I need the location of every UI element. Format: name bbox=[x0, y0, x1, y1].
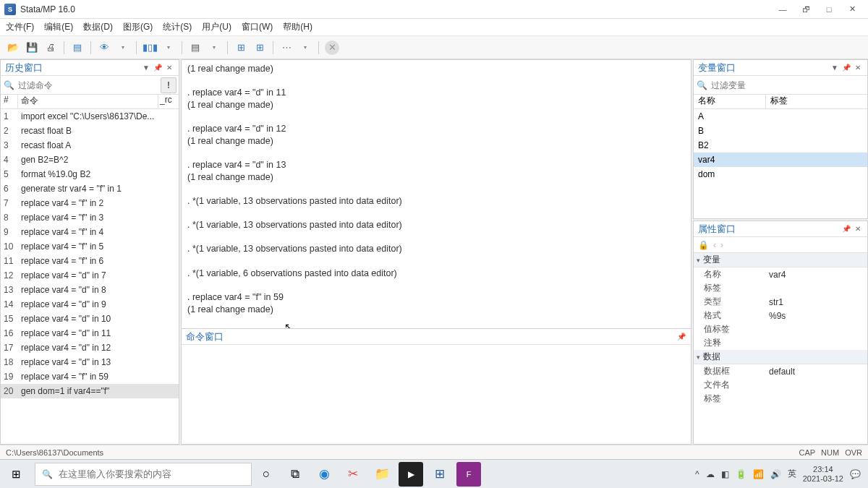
variables-filter-input[interactable] bbox=[710, 79, 867, 92]
variable-row[interactable]: B bbox=[694, 124, 867, 138]
stata-taskbar-icon[interactable]: ⊞ bbox=[427, 462, 452, 487]
menu-user[interactable]: 用户(U) bbox=[202, 21, 231, 33]
dropdown-icon[interactable]: ▾ bbox=[207, 40, 221, 55]
wifi-icon[interactable]: 📶 bbox=[753, 469, 764, 479]
stop-icon[interactable]: ✕ bbox=[325, 40, 339, 55]
volume-icon[interactable]: 🔊 bbox=[770, 469, 781, 479]
save-icon[interactable]: 💾 bbox=[25, 40, 39, 55]
history-row[interactable]: 7replace var4 = "f" in 2 bbox=[1, 196, 179, 210]
pin-icon[interactable]: 📌 bbox=[676, 332, 686, 342]
more-icon[interactable]: ⋯ bbox=[279, 40, 294, 55]
snip-icon[interactable]: ✂ bbox=[341, 462, 365, 487]
explorer-icon[interactable]: 📁 bbox=[370, 462, 394, 487]
menu-stats[interactable]: 统计(S) bbox=[163, 21, 192, 33]
command-input[interactable] bbox=[182, 345, 691, 444]
ime-indicator[interactable]: 英 bbox=[788, 468, 796, 480]
edge-icon[interactable]: ◉ bbox=[312, 462, 336, 487]
property-row[interactable]: 值标签 bbox=[694, 322, 867, 336]
dropdown-icon[interactable]: ▾ bbox=[161, 40, 176, 55]
history-row[interactable]: 1import excel "C:\Users\86137\De... bbox=[1, 109, 179, 124]
property-row[interactable]: 名称var4 bbox=[694, 267, 867, 281]
menu-window[interactable]: 窗口(W) bbox=[242, 21, 273, 33]
pin-icon[interactable]: 📌 bbox=[841, 63, 851, 73]
app-tray-icon[interactable]: ◧ bbox=[721, 469, 729, 479]
property-row[interactable]: 格式%9s bbox=[694, 309, 867, 322]
panel-close-icon[interactable]: ✕ bbox=[853, 63, 863, 73]
variable-row[interactable]: B2 bbox=[694, 138, 867, 153]
clock[interactable]: 23:14 2021-03-12 bbox=[803, 465, 843, 483]
print-icon[interactable]: 🖨 bbox=[43, 40, 58, 55]
history-filter-input[interactable] bbox=[17, 79, 161, 92]
filter-icon[interactable]: ▼ bbox=[830, 63, 840, 73]
lock-icon[interactable]: 🔒 bbox=[698, 240, 709, 250]
property-row[interactable]: 标签 bbox=[694, 392, 867, 406]
onedrive-icon[interactable]: ☁ bbox=[706, 469, 715, 479]
results-window[interactable]: (1 real change made) . replace var4 = "d… bbox=[181, 59, 692, 329]
open-icon[interactable]: 📂 bbox=[6, 40, 20, 55]
cortana-icon[interactable]: ○ bbox=[254, 462, 278, 487]
tray-chevron-icon[interactable]: ^ bbox=[695, 469, 699, 479]
pin-icon[interactable]: 📌 bbox=[153, 63, 163, 73]
property-row[interactable]: 注释 bbox=[694, 336, 867, 350]
taskbar-search-input[interactable] bbox=[59, 468, 251, 479]
history-row[interactable]: 18replace var4 = "d" in 13 bbox=[1, 355, 179, 369]
data-browser-icon[interactable]: ⊞ bbox=[252, 40, 267, 55]
log-icon[interactable]: ▤ bbox=[70, 40, 85, 55]
filter-go-button[interactable]: ! bbox=[161, 77, 176, 93]
data-editor-icon[interactable]: ⊞ bbox=[234, 40, 248, 55]
start-button[interactable]: ⊞ bbox=[0, 460, 32, 489]
view-icon[interactable]: 👁 bbox=[97, 40, 111, 55]
chart-icon[interactable]: ▮▯▮ bbox=[142, 40, 157, 55]
property-row[interactable]: 标签 bbox=[694, 281, 867, 295]
menu-graph[interactable]: 图形(G) bbox=[123, 21, 153, 33]
taskview-icon[interactable]: ⧉ bbox=[283, 462, 307, 487]
history-row[interactable]: 2recast float B bbox=[1, 124, 179, 138]
property-section[interactable]: 数据 bbox=[694, 350, 867, 364]
history-row[interactable]: 11replace var4 = "f" in 6 bbox=[1, 254, 179, 268]
notifications-icon[interactable]: 💬 bbox=[850, 469, 861, 479]
history-row[interactable]: 16replace var4 = "d" in 11 bbox=[1, 326, 179, 341]
property-row[interactable]: 数据框default bbox=[694, 364, 867, 378]
menu-help[interactable]: 帮助(H) bbox=[283, 21, 312, 33]
maximize-button[interactable]: □ bbox=[817, 1, 841, 17]
variable-row[interactable]: var4 bbox=[694, 153, 867, 167]
history-row[interactable]: 6generate str var4 = "f" in 1 bbox=[1, 181, 179, 196]
panel-close-icon[interactable]: ✕ bbox=[164, 63, 174, 73]
property-section[interactable]: 变量 bbox=[694, 253, 867, 267]
history-row[interactable]: 14replace var4 = "d" in 9 bbox=[1, 297, 179, 312]
app-icon[interactable]: ▶ bbox=[399, 462, 423, 487]
pin-icon[interactable]: 📌 bbox=[841, 224, 851, 234]
property-row[interactable]: 类型str1 bbox=[694, 295, 867, 309]
prev-icon[interactable]: ‹ bbox=[713, 240, 716, 250]
filter-icon[interactable]: ▼ bbox=[141, 63, 151, 73]
dropdown-icon[interactable]: ▾ bbox=[116, 40, 130, 55]
dropdown-icon[interactable]: ▾ bbox=[298, 40, 312, 55]
menu-data[interactable]: 数据(D) bbox=[83, 21, 113, 33]
taskbar-search[interactable]: 🔍 bbox=[35, 463, 252, 486]
history-row[interactable]: 17replace var4 = "d" in 12 bbox=[1, 341, 179, 355]
history-row[interactable]: 8replace var4 = "f" in 3 bbox=[1, 210, 179, 225]
do-file-icon[interactable]: ▤ bbox=[188, 40, 203, 55]
history-row[interactable]: 20gen dom=1 if var4=="f" bbox=[1, 384, 179, 398]
menu-edit[interactable]: 编辑(E) bbox=[44, 21, 73, 33]
history-row[interactable]: 4gen B2=B^2 bbox=[1, 153, 179, 167]
restore-button[interactable]: 🗗 bbox=[794, 1, 817, 17]
history-row[interactable]: 15replace var4 = "d" in 10 bbox=[1, 312, 179, 326]
variable-row[interactable]: dom bbox=[694, 167, 867, 181]
history-row[interactable]: 3recast float A bbox=[1, 138, 179, 153]
history-row[interactable]: 12replace var4 = "d" in 7 bbox=[1, 268, 179, 283]
property-row[interactable]: 文件名 bbox=[694, 378, 867, 392]
variable-row[interactable]: A bbox=[694, 109, 867, 124]
close-button[interactable]: ✕ bbox=[841, 1, 864, 17]
history-row[interactable]: 5format %19.0g B2 bbox=[1, 167, 179, 181]
panel-close-icon[interactable]: ✕ bbox=[853, 224, 863, 234]
history-row[interactable]: 13replace var4 = "d" in 8 bbox=[1, 283, 179, 297]
foxit-icon[interactable]: F bbox=[456, 462, 481, 487]
menu-file[interactable]: 文件(F) bbox=[6, 21, 34, 33]
history-row[interactable]: 9replace var4 = "f" in 4 bbox=[1, 225, 179, 239]
history-row[interactable]: 10replace var4 = "f" in 5 bbox=[1, 239, 179, 254]
minimize-button[interactable]: — bbox=[771, 1, 794, 17]
history-row[interactable]: 19replace var4 = "f" in 59 bbox=[1, 369, 179, 384]
battery-icon[interactable]: 🔋 bbox=[736, 469, 746, 479]
next-icon[interactable]: › bbox=[720, 240, 723, 250]
